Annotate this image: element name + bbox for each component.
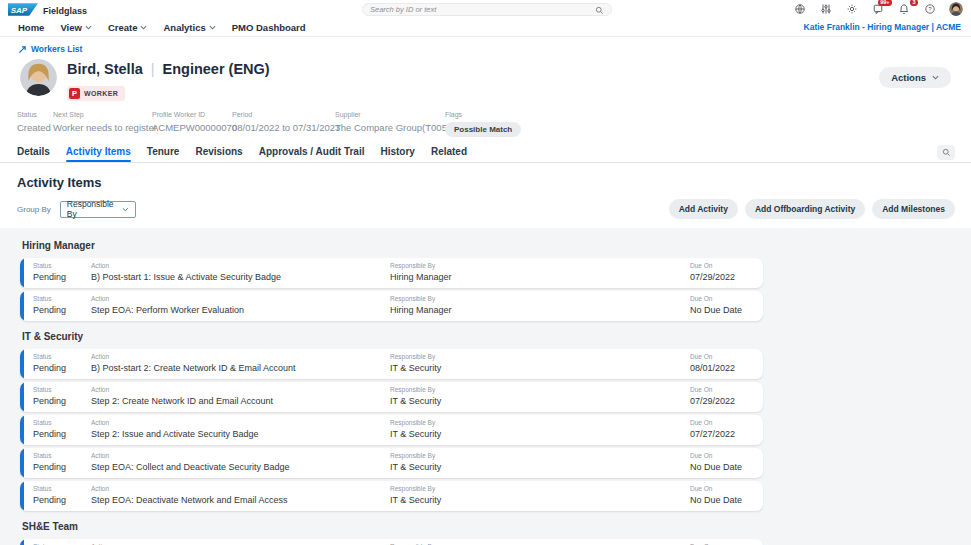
summary-field-status: Status Created bbox=[17, 111, 51, 133]
globe-icon[interactable] bbox=[793, 3, 806, 16]
due-column: Due On No Due Date bbox=[690, 481, 763, 511]
due-column: Due On 07/29/2022 bbox=[690, 258, 763, 288]
column-label-responsible: Responsible By bbox=[390, 386, 690, 393]
breadcrumb[interactable]: Workers List bbox=[18, 44, 971, 54]
responsible-column: Responsible By Hiring Manager bbox=[390, 291, 690, 321]
tab-details[interactable]: Details bbox=[17, 146, 50, 162]
activity-status: Pending bbox=[33, 429, 91, 439]
summary-field-period: Period 08/01/2022 to 07/31/2023 bbox=[232, 111, 340, 133]
nav-label: PMO Dashboard bbox=[232, 22, 306, 33]
group-by-value: Responsible By bbox=[67, 199, 122, 219]
action-column: Action Step 2: Create Network ID and Ema… bbox=[91, 382, 390, 412]
summary-field-supplier: Supplier The Compare Group(T005) bbox=[335, 111, 450, 133]
status-accent-bar bbox=[20, 448, 24, 478]
status-column: Status Pending bbox=[33, 448, 91, 478]
tab-approvals-audit-trail[interactable]: Approvals / Audit Trail bbox=[259, 146, 365, 162]
tab-revisions[interactable]: Revisions bbox=[195, 146, 242, 162]
activity-status: Pending bbox=[33, 272, 91, 282]
tab-search-button[interactable] bbox=[937, 145, 955, 160]
activity-responsible: IT & Security bbox=[390, 429, 690, 439]
worker-avatar bbox=[20, 59, 57, 96]
group-by-select[interactable]: Responsible By bbox=[60, 201, 136, 218]
notifications-count-badge: 3 bbox=[910, 0, 918, 6]
add-milestones-button[interactable]: Add Milestones bbox=[872, 199, 955, 219]
top-bar: SAP Fieldglass 99+ bbox=[0, 0, 971, 19]
activity-row[interactable]: Status Pending Action B) Post-start 1: I… bbox=[20, 258, 763, 288]
detail-tabs: Details Activity Items Tenure Revisions … bbox=[0, 142, 971, 163]
column-label-responsible: Responsible By bbox=[390, 295, 690, 302]
column-label-status: Status bbox=[33, 452, 91, 459]
activity-row[interactable]: Status Pending Action B) Post-start 2: C… bbox=[20, 349, 763, 379]
nav-item-home[interactable]: Home bbox=[18, 22, 44, 33]
top-icon-group: 99+ 3 ? bbox=[793, 2, 963, 16]
column-label-due: Due On bbox=[690, 485, 763, 492]
activity-status: Pending bbox=[33, 305, 91, 315]
activity-row[interactable]: Status Pending Action Step EOA: Perform … bbox=[20, 291, 763, 321]
search-icon[interactable] bbox=[595, 1, 604, 19]
sliders-icon[interactable] bbox=[819, 3, 832, 16]
action-column: Action Step EOA: Perform Worker Evaluati… bbox=[91, 291, 390, 321]
column-label-action: Action bbox=[91, 353, 390, 360]
nav-item-view[interactable]: View bbox=[60, 22, 91, 33]
tab-related[interactable]: Related bbox=[431, 146, 467, 162]
group-rows: Status Pending Action B) Post-start 2: C… bbox=[0, 349, 971, 511]
activity-row[interactable]: Status Pending Action Step 2: Issue and … bbox=[20, 415, 763, 445]
sap-logo-icon: SAP bbox=[8, 2, 38, 20]
status-accent-bar bbox=[20, 382, 24, 412]
add-offboarding-activity-button[interactable]: Add Offboarding Activity bbox=[745, 199, 865, 219]
user-avatar[interactable] bbox=[949, 2, 963, 16]
tab-activity-items[interactable]: Activity Items bbox=[66, 146, 131, 162]
chevron-down-icon bbox=[122, 207, 129, 212]
global-search[interactable] bbox=[362, 3, 612, 16]
column-label-due: Due On bbox=[690, 419, 763, 426]
activity-due: 07/27/2022 bbox=[690, 429, 763, 439]
activity-row[interactable]: Status Pending Action Step EOA: Collect … bbox=[20, 448, 763, 478]
activity-row[interactable]: Status Pending Action Step EOA: Deactiva… bbox=[20, 481, 763, 511]
column-label-status: Status bbox=[33, 353, 91, 360]
messages-icon[interactable]: 99+ bbox=[871, 3, 884, 16]
chevron-down-icon bbox=[209, 25, 216, 30]
column-label-status: Status bbox=[33, 386, 91, 393]
summary-field-profile-worker-id: Profile Worker ID ACMEPW00000070 bbox=[152, 111, 237, 133]
search-input[interactable] bbox=[370, 5, 595, 14]
actions-button[interactable]: Actions bbox=[879, 67, 951, 88]
chevron-down-icon bbox=[932, 75, 939, 80]
field-value: Worker needs to register bbox=[53, 122, 157, 133]
group-rows: Status Action Responsible By Due On bbox=[0, 539, 971, 545]
field-label: Status bbox=[17, 111, 51, 118]
nav-item-analytics[interactable]: Analytics bbox=[163, 22, 215, 33]
status-accent-bar bbox=[20, 349, 24, 379]
activity-row[interactable]: Status Action Responsible By Due On bbox=[20, 539, 763, 545]
activity-action: Step EOA: Deactivate Network and Email A… bbox=[91, 495, 390, 505]
main-nav: Home View Create Analytics PMO Dashboard… bbox=[0, 19, 971, 37]
profile-letter-badge: P bbox=[69, 88, 80, 99]
action-column: Action B) Post-start 1: Issue & Activate… bbox=[91, 258, 390, 288]
help-icon[interactable]: ? bbox=[923, 3, 936, 16]
action-column: Action B) Post-start 2: Create Network I… bbox=[91, 349, 390, 379]
responsible-column: Responsible By IT & Security bbox=[390, 481, 690, 511]
activity-responsible: IT & Security bbox=[390, 495, 690, 505]
brand-name: Fieldglass bbox=[43, 6, 87, 16]
user-context-link[interactable]: Katie Franklin - Hiring Manager | ACME bbox=[804, 22, 961, 32]
tab-history[interactable]: History bbox=[380, 146, 414, 162]
column-label-responsible: Responsible By bbox=[390, 262, 690, 269]
activity-status: Pending bbox=[33, 396, 91, 406]
nav-item-create[interactable]: Create bbox=[108, 22, 148, 33]
worker-identity: Bird, Stella | Engineer (ENG) P WORKER bbox=[67, 59, 270, 101]
responsible-column: Responsible By IT & Security bbox=[390, 448, 690, 478]
activity-row[interactable]: Status Pending Action Step 2: Create Net… bbox=[20, 382, 763, 412]
group-header: IT & Security bbox=[22, 331, 971, 342]
due-column: Due On 07/27/2022 bbox=[690, 415, 763, 445]
tab-tenure[interactable]: Tenure bbox=[147, 146, 180, 162]
column-label-responsible: Responsible By bbox=[390, 452, 690, 459]
activity-responsible: Hiring Manager bbox=[390, 272, 690, 282]
breadcrumb-label: Workers List bbox=[31, 44, 82, 54]
add-activity-button[interactable]: Add Activity bbox=[669, 199, 738, 219]
bell-icon[interactable]: 3 bbox=[897, 3, 910, 16]
activity-status: Pending bbox=[33, 495, 91, 505]
activity-responsible: IT & Security bbox=[390, 462, 690, 472]
gear-icon[interactable] bbox=[845, 3, 858, 16]
due-column: Due On 07/29/2022 bbox=[690, 382, 763, 412]
nav-item-pmo-dashboard[interactable]: PMO Dashboard bbox=[232, 22, 306, 33]
responsible-column: Responsible By IT & Security bbox=[390, 415, 690, 445]
